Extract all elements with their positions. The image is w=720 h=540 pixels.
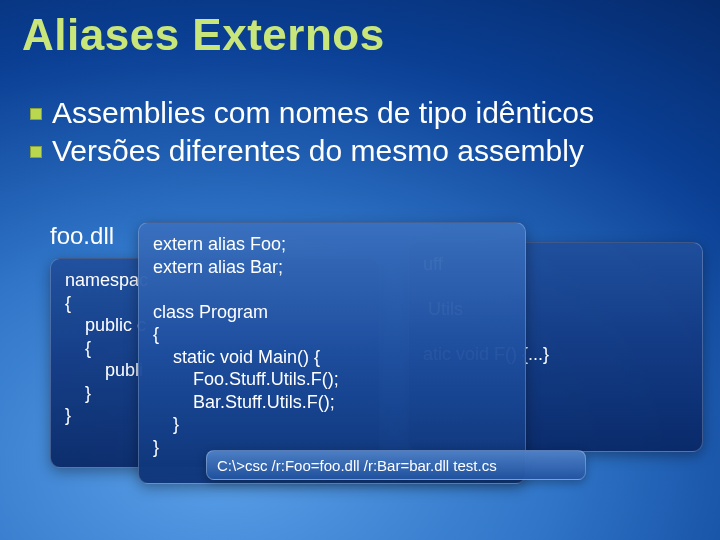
bullet-item: Versões diferentes do mesmo assembly xyxy=(52,132,692,170)
bullet-item: Assemblies com nomes de tipo idênticos xyxy=(52,94,692,132)
code-panel-front: extern alias Foo; extern alias Bar; clas… xyxy=(138,222,526,484)
command-line-bubble: C:\>csc /r:Foo=foo.dll /r:Bar=bar.dll te… xyxy=(206,450,586,480)
bullet-list: Assemblies com nomes de tipo idênticos V… xyxy=(52,94,692,169)
foo-dll-label: foo.dll xyxy=(50,222,114,250)
slide-title: Aliases Externos xyxy=(22,10,385,60)
